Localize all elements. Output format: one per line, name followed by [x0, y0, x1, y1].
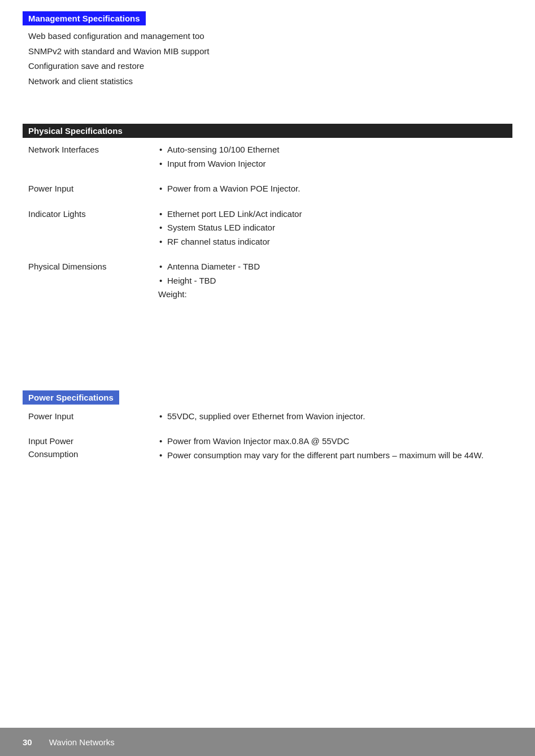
- row-label-power-input-ps: Power Input: [23, 405, 147, 430]
- physical-section: Physical Specifications Network Interfac…: [23, 124, 512, 307]
- row-specs-network-interfaces: Auto-sensing 10/100 Ethernet Input from …: [147, 138, 512, 177]
- mgmt-item-2: SNMPv2 with standard and Wavion MIB supp…: [28, 45, 512, 58]
- footer-company-name: Wavion Networks: [49, 737, 115, 747]
- mgmt-item-4: Network and client statistics: [28, 75, 512, 88]
- list-item: Power consumption may vary for the diffe…: [158, 449, 507, 462]
- table-row: Power Input Power from a Wavion POE Inje…: [23, 177, 512, 202]
- management-items: Web based configuration and management t…: [23, 30, 512, 88]
- table-row: Input Power Consumption Power from Wavio…: [23, 429, 512, 468]
- row-specs-power-input: Power from a Wavion POE Injector.: [147, 177, 512, 202]
- list-item: Ethernet port LED Link/Act indicator: [158, 208, 507, 221]
- physical-spec-table: Network Interfaces Auto-sensing 10/100 E…: [23, 138, 512, 307]
- row-label-indicator-lights: Indicator Lights: [23, 202, 147, 255]
- power-spec-table: Power Input 55VDC, supplied over Etherne…: [23, 405, 512, 469]
- physical-header: Physical Specifications: [23, 124, 512, 138]
- row-specs-input-power-consumption: Power from Wavion Injector max.0.8A @ 55…: [147, 429, 512, 468]
- mgmt-item-3: Configuration save and restore: [28, 60, 512, 73]
- management-section: Management Specifications Web based conf…: [23, 11, 512, 88]
- table-row: Network Interfaces Auto-sensing 10/100 E…: [23, 138, 512, 177]
- list-item: Antenna Diameter - TBD: [158, 260, 507, 273]
- row-label-physical-dimensions: Physical Dimensions: [23, 255, 147, 307]
- table-row: Power Input 55VDC, supplied over Etherne…: [23, 405, 512, 430]
- list-item: Input from Wavion Injector: [158, 158, 507, 171]
- page-content: Management Specifications Web based conf…: [0, 0, 535, 514]
- list-item: RF channel status indicator: [158, 236, 507, 249]
- list-item: System Status LED indicator: [158, 221, 507, 234]
- row-label-power-input: Power Input: [23, 177, 147, 202]
- table-row: Indicator Lights Ethernet port LED Link/…: [23, 202, 512, 255]
- row-specs-physical-dimensions: Antenna Diameter - TBD Height - TBD Weig…: [147, 255, 512, 307]
- list-item: 55VDC, supplied over Ethernet from Wavio…: [158, 410, 507, 423]
- power-section: Power Specifications Power Input 55VDC, …: [23, 390, 512, 469]
- list-item: Power from Wavion Injector max.0.8A @ 55…: [158, 435, 507, 448]
- page-number: 30: [23, 737, 32, 747]
- row-specs-power-input-ps: 55VDC, supplied over Ethernet from Wavio…: [147, 405, 512, 430]
- list-item: Power from a Wavion POE Injector.: [158, 183, 507, 195]
- mgmt-item-1: Web based configuration and management t…: [28, 30, 512, 43]
- page-footer: 30 Wavion Networks: [0, 728, 535, 756]
- table-row: Physical Dimensions Antenna Diameter - T…: [23, 255, 512, 307]
- list-item: Height - TBD: [158, 275, 507, 288]
- list-item: Auto-sensing 10/100 Ethernet: [158, 144, 507, 157]
- row-specs-indicator-lights: Ethernet port LED Link/Act indicator Sys…: [147, 202, 512, 255]
- row-label-input-power-consumption: Input Power Consumption: [23, 429, 147, 468]
- weight-label: Weight:: [158, 288, 507, 301]
- power-header: Power Specifications: [23, 390, 119, 405]
- management-header: Management Specifications: [23, 11, 146, 25]
- row-label-network-interfaces: Network Interfaces: [23, 138, 147, 177]
